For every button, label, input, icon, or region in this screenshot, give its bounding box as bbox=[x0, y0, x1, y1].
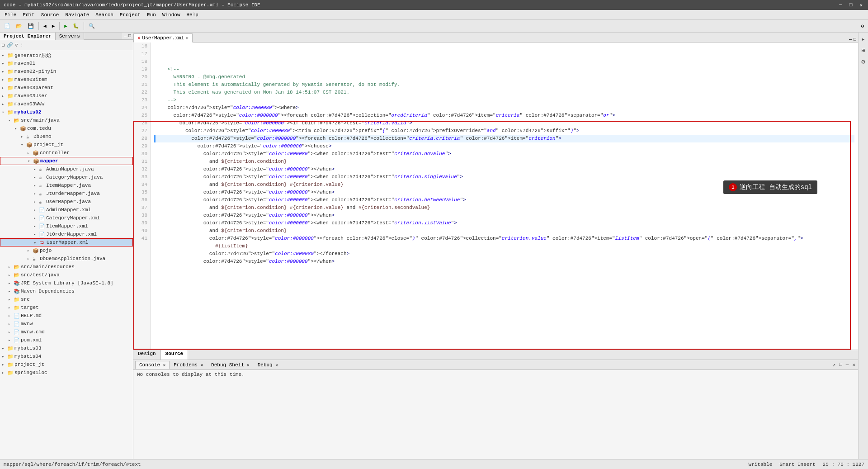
tree-arrow-UserMapper.java[interactable]: ▸ bbox=[33, 199, 39, 204]
toolbar-new[interactable]: 📄 bbox=[2, 22, 13, 30]
maximize-button[interactable]: □ bbox=[848, 2, 854, 8]
bottom-panel-icon-1[interactable]: ↗ bbox=[832, 362, 837, 368]
menu-edit[interactable]: Edit bbox=[20, 11, 37, 19]
menu-file[interactable]: File bbox=[2, 11, 19, 19]
tree-item-maven03parent[interactable]: ▸📁maven03parent bbox=[0, 84, 133, 92]
menu-source[interactable]: Source bbox=[38, 11, 62, 19]
tree-arrow-generator[interactable]: ▸ bbox=[2, 53, 7, 58]
tree-item-mapper[interactable]: ▾📦mapper bbox=[0, 157, 133, 165]
tree-arrow-maven03parent[interactable]: ▸ bbox=[2, 85, 7, 90]
close-button[interactable]: ✕ bbox=[858, 2, 864, 8]
editor-tab-minimize-icon[interactable]: — bbox=[849, 37, 852, 42]
tree-arrow-maven02-pinyin[interactable]: ▸ bbox=[2, 69, 7, 74]
sidebar-collapse-all-icon[interactable]: ⊟ bbox=[2, 42, 5, 48]
tree-arrow-mvnw.cmd[interactable]: ▸ bbox=[8, 330, 14, 335]
tree-arrow-src/main/resources[interactable]: ▸ bbox=[8, 265, 14, 270]
tree-item-maven02-pinyin[interactable]: ▸📁maven02-pinyin bbox=[0, 67, 133, 76]
tree-arrow-JtOrderMapper.xml[interactable]: ▸ bbox=[33, 232, 39, 237]
right-sidebar-btn-3[interactable]: ⚙ bbox=[860, 57, 866, 66]
bottom-tab-debug-shell[interactable]: Debug Shell ✕ bbox=[207, 361, 254, 369]
tree-item-HELP.md[interactable]: ▸📄HELP.md bbox=[0, 312, 133, 320]
tree-item-ItemMapper.xml[interactable]: ▸📄ItemMapper.xml bbox=[0, 222, 133, 230]
sidebar-tree[interactable]: ▸📁generator原始▸📁maven01▸📁maven02-pinyin▸📁… bbox=[0, 50, 133, 459]
tree-item-src/test/java[interactable]: ▸📂src/test/java bbox=[0, 271, 133, 279]
tree-arrow-maven01[interactable]: ▸ bbox=[2, 61, 7, 66]
tree-arrow-maven03item[interactable]: ▸ bbox=[2, 77, 7, 82]
editor-design-tab[interactable]: Design bbox=[133, 350, 161, 360]
tree-arrow-pojo[interactable]: ▸ bbox=[27, 248, 33, 253]
tree-item-JtOrderMapper.java[interactable]: ▸☕JtOrderMapper.java bbox=[0, 189, 133, 198]
tree-arrow-ItemMapper.xml[interactable]: ▸ bbox=[33, 224, 39, 229]
tree-arrow-src/test/java[interactable]: ▸ bbox=[8, 273, 14, 278]
tree-arrow-project_jt2[interactable]: ▸ bbox=[2, 362, 7, 367]
tree-item-project_jt[interactable]: ▾📦project_jt bbox=[0, 141, 133, 149]
menu-navigate[interactable]: Navigate bbox=[62, 11, 92, 19]
tree-item-ItemMapper.java[interactable]: ▸☕ItemMapper.java bbox=[0, 181, 133, 189]
sidebar-filter-icon[interactable]: ▽ bbox=[15, 42, 18, 48]
tree-item-mybatis02[interactable]: ▾📁mybatis02 bbox=[0, 108, 133, 116]
tree-item-controller[interactable]: ▸📦controller bbox=[0, 149, 133, 157]
bottom-panel-icon-3[interactable]: — bbox=[845, 362, 850, 368]
sidebar-minimize-icon[interactable]: — bbox=[124, 33, 127, 38]
tree-item-UserMapper.xml[interactable]: ▸🗂UserMapper.xml bbox=[0, 238, 133, 246]
tree-arrow-controller[interactable]: ▸ bbox=[27, 151, 33, 156]
tree-item-src[interactable]: ▸📁src bbox=[0, 295, 133, 303]
tree-arrow-target[interactable]: ▸ bbox=[8, 305, 14, 310]
tree-arrow-project_jt[interactable]: ▾ bbox=[21, 142, 26, 147]
toolbar-run[interactable]: ▶ bbox=[62, 22, 70, 30]
tree-item-target[interactable]: ▸📁target bbox=[0, 303, 133, 312]
tree-item-mvnw.cmd[interactable]: ▸📄mvnw.cmd bbox=[0, 328, 133, 336]
tree-arrow-mybatis03[interactable]: ▸ bbox=[2, 346, 7, 351]
tree-arrow-mvnw[interactable]: ▸ bbox=[8, 322, 14, 327]
tree-arrow-src/main/java[interactable]: ▾ bbox=[8, 118, 14, 123]
tab-servers[interactable]: Servers bbox=[56, 33, 84, 40]
code-lines[interactable]: <!-- WARNING - @mbg.generated This eleme… bbox=[151, 43, 858, 350]
tree-arrow-ItemMapper.java[interactable]: ▸ bbox=[33, 183, 39, 188]
tree-arrow-com.tedu[interactable]: ▾ bbox=[14, 126, 20, 131]
tree-item-generator[interactable]: ▸📁generator原始 bbox=[0, 51, 133, 59]
tree-item-Maven Dependencies[interactable]: ▸📚Maven Dependencies bbox=[0, 287, 133, 295]
tree-item-pom.xml[interactable]: ▸📄pom.xml bbox=[0, 336, 133, 344]
tree-item-JtOrderMapper.xml[interactable]: ▸📄JtOrderMapper.xml bbox=[0, 230, 133, 238]
tree-arrow-JRE System Library[interactable]: ▸ bbox=[8, 281, 14, 286]
tree-arrow-HELP.md[interactable]: ▸ bbox=[8, 313, 14, 318]
tree-item-src/main/java[interactable]: ▾📂src/main/java bbox=[0, 116, 133, 124]
tree-arrow-Maven Dependencies[interactable]: ▸ bbox=[8, 289, 14, 294]
toolbar-settings[interactable]: ⚙ bbox=[859, 22, 866, 30]
tree-arrow-maven03WWW[interactable]: ▸ bbox=[2, 102, 7, 107]
tree-item-DbDemoApplication.java[interactable]: ▸☕DbDemoApplication.java bbox=[0, 255, 133, 263]
tree-arrow-pom.xml[interactable]: ▸ bbox=[8, 338, 14, 343]
tree-item-maven03item[interactable]: ▸📁maven03item bbox=[0, 76, 133, 84]
tree-arrow-AdminMapper.xml[interactable]: ▸ bbox=[33, 208, 39, 213]
toolbar-save[interactable]: 💾 bbox=[25, 22, 36, 30]
tree-arrow-DbDemo[interactable]: ▸ bbox=[21, 134, 26, 139]
editor-tab-maximize-icon[interactable]: □ bbox=[854, 37, 856, 42]
tree-arrow-UserMapper.xml[interactable]: ▸ bbox=[34, 240, 39, 245]
tree-item-AdminMapper.java[interactable]: ▸☕AdminMapper.java bbox=[0, 165, 133, 173]
toolbar-open[interactable]: 📂 bbox=[14, 22, 24, 30]
bottom-tab-problems[interactable]: Problems ✕ bbox=[170, 361, 207, 369]
menu-help[interactable]: Help bbox=[184, 11, 201, 19]
tab-project-explorer[interactable]: Project Explorer bbox=[0, 33, 56, 40]
sidebar-menu-icon[interactable]: ⋮ bbox=[19, 42, 24, 48]
tree-item-mybatis04[interactable]: ▸📁mybatis04 bbox=[0, 352, 133, 360]
tree-arrow-JtOrderMapper.java[interactable]: ▸ bbox=[33, 191, 39, 196]
editor-tab-usermapper[interactable]: x UserMapper.xml ✕ bbox=[133, 33, 193, 43]
right-sidebar-btn-2[interactable]: ⊞ bbox=[860, 46, 866, 55]
menu-window[interactable]: Window bbox=[160, 11, 183, 19]
tree-item-maven03User[interactable]: ▸📁maven03User bbox=[0, 92, 133, 100]
bottom-tab-debug[interactable]: Debug ✕ bbox=[254, 361, 282, 369]
sidebar-link-icon[interactable]: 🔗 bbox=[7, 42, 13, 48]
tree-arrow-CategoryMapper.java[interactable]: ▸ bbox=[33, 175, 39, 180]
tree-item-mvnw[interactable]: ▸📄mvnw bbox=[0, 320, 133, 328]
tree-arrow-mybatis02[interactable]: ▾ bbox=[2, 110, 7, 115]
tree-item-JRE System Library[interactable]: ▸📚JRE System Library [JavaSE-1.8] bbox=[0, 279, 133, 287]
toolbar-search[interactable]: 🔍 bbox=[86, 22, 97, 30]
tree-item-AdminMapper.xml[interactable]: ▸📄AdminMapper.xml bbox=[0, 206, 133, 214]
toolbar-back[interactable]: ◀ bbox=[41, 22, 49, 30]
bottom-panel-icon-2[interactable]: □ bbox=[838, 362, 843, 368]
tree-item-DbDemo[interactable]: ▸☕DbDemo bbox=[0, 133, 133, 141]
tree-item-maven03WWW[interactable]: ▸📁maven03WWW bbox=[0, 100, 133, 108]
toolbar-debug[interactable]: 🐛 bbox=[71, 22, 81, 30]
tree-item-spring01loc[interactable]: ▸📁spring01loc bbox=[0, 369, 133, 377]
